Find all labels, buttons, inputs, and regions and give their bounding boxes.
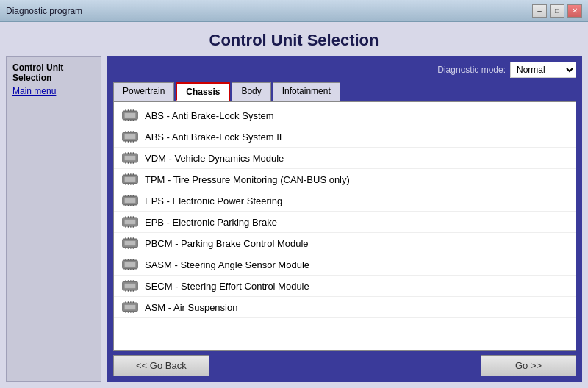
svg-rect-21 <box>124 156 135 161</box>
svg-rect-71 <box>124 262 135 267</box>
tab-body[interactable]: Body <box>232 82 270 101</box>
items-list[interactable]: ABS - Anti Brake-Lock System ABS - Anti … <box>113 101 576 351</box>
list-item[interactable]: VDM - Vehicle Dynamics Module <box>114 148 576 169</box>
list-item-label: ABS - Anti Brake-Lock System <box>145 110 274 121</box>
minimize-button[interactable]: – <box>532 4 547 18</box>
go-back-button[interactable]: << Go Back <box>113 355 209 376</box>
list-item-label: TPM - Tire Pressure Monitoring (CAN-BUS … <box>145 174 350 185</box>
sidebar: Control Unit Selection Main menu <box>6 56 101 382</box>
list-item[interactable]: PBCM - Parking Brake Control Module <box>114 233 576 254</box>
main-container: Control Unit Selection Control Unit Sele… <box>0 22 588 388</box>
list-item[interactable]: ASM - Air Suspension <box>114 297 576 318</box>
list-item-label: SASM - Steering Angle Sensor Module <box>145 259 309 270</box>
svg-rect-51 <box>124 220 135 225</box>
list-item[interactable]: EPS - Electronic Power Steering <box>114 190 576 212</box>
svg-rect-61 <box>124 241 135 246</box>
close-button[interactable]: ✕ <box>567 4 582 18</box>
list-item[interactable]: EPB - Electronic Parking Brake <box>114 212 576 233</box>
list-item-label: EPB - Electronic Parking Brake <box>145 217 277 228</box>
ecu-icon <box>121 194 139 207</box>
svg-rect-81 <box>124 284 135 289</box>
svg-rect-1 <box>124 113 135 118</box>
tab-powertrain[interactable]: Powertrain <box>113 82 174 101</box>
svg-rect-91 <box>124 305 135 310</box>
bottom-buttons: << Go Back Go >> <box>113 355 576 376</box>
diagnostic-mode-select[interactable]: Normal Advanced Expert <box>510 62 576 78</box>
list-item-label: ASM - Air Suspension <box>145 302 237 313</box>
tab-chassis[interactable]: Chassis <box>176 82 230 101</box>
list-item-label: ABS - Anti Brake-Lock System II <box>145 132 282 143</box>
svg-rect-41 <box>124 198 135 204</box>
ecu-icon <box>121 258 139 271</box>
list-item[interactable]: SASM - Steering Angle Sensor Module <box>114 254 576 276</box>
list-item[interactable]: ABS - Anti Brake-Lock System <box>114 105 576 126</box>
list-item[interactable]: TPM - Tire Pressure Monitoring (CAN-BUS … <box>114 169 576 190</box>
list-item-label: PBCM - Parking Brake Control Module <box>145 238 309 249</box>
list-item-label: SECM - Steering Effort Control Module <box>145 281 309 292</box>
list-item[interactable]: SECM - Steering Effort Control Module <box>114 276 576 297</box>
svg-rect-31 <box>124 177 135 182</box>
svg-rect-11 <box>124 134 135 140</box>
ecu-icon <box>121 215 139 229</box>
diagnostic-mode-row: Diagnostic mode: Normal Advanced Expert <box>113 62 576 78</box>
tabs-row: Powertrain Chassis Body Infotainment <box>113 82 576 101</box>
page-title: Control Unit Selection <box>0 22 588 56</box>
list-item-label: VDM - Vehicle Dynamics Module <box>145 153 284 164</box>
ecu-icon <box>121 173 139 186</box>
right-panel: Diagnostic mode: Normal Advanced Expert … <box>107 56 582 382</box>
ecu-icon <box>121 109 139 122</box>
sidebar-active-item: Control Unit Selection <box>12 62 95 83</box>
ecu-icon <box>121 237 139 250</box>
window-controls: – □ ✕ <box>532 4 582 18</box>
content-area: Control Unit Selection Main menu Diagnos… <box>0 56 588 388</box>
list-item-label: EPS - Electronic Power Steering <box>145 195 282 206</box>
ecu-icon <box>121 151 139 165</box>
ecu-icon <box>121 301 139 314</box>
tab-infotainment[interactable]: Infotainment <box>273 82 340 101</box>
sidebar-main-menu-link[interactable]: Main menu <box>12 86 95 96</box>
list-item[interactable]: ABS - Anti Brake-Lock System II <box>114 126 576 148</box>
diagnostic-mode-label: Diagnostic mode: <box>437 65 506 75</box>
ecu-icon <box>121 130 139 143</box>
ecu-icon <box>121 279 139 292</box>
titlebar: Diagnostic program – □ ✕ <box>0 0 588 22</box>
go-button[interactable]: Go >> <box>481 355 576 376</box>
window-title: Diagnostic program <box>6 6 82 16</box>
maximize-button[interactable]: □ <box>550 4 564 18</box>
